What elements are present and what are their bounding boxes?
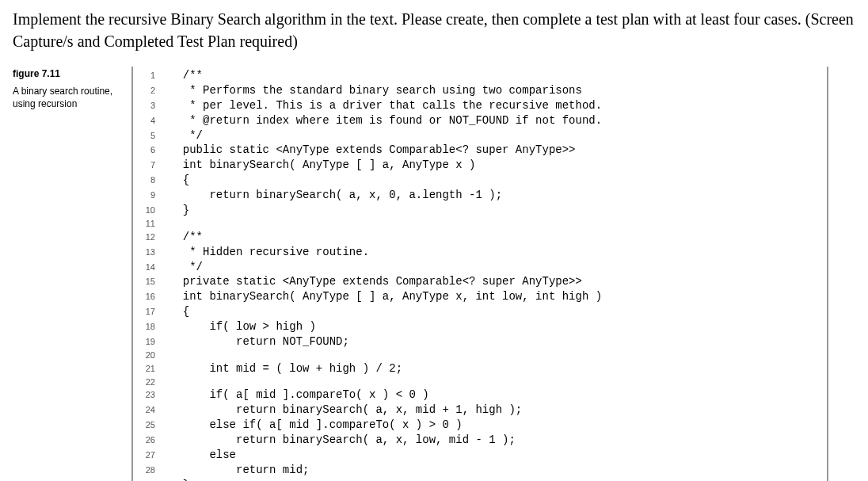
- code-text: * Performs the standard binary search us…: [169, 83, 827, 98]
- code-line: 1 /**: [133, 68, 827, 83]
- line-number: 21: [133, 361, 169, 376]
- code-line: 23 if( a[ mid ].compareTo( x ) < 0 ): [133, 387, 827, 403]
- code-listing: 1 /** 2 * Performs the standard binary s…: [131, 67, 828, 481]
- line-number: 1: [133, 68, 169, 83]
- line-number: 13: [133, 245, 169, 260]
- code-line: 18 if( low > high ): [133, 319, 827, 334]
- code-text: return binarySearch( a, x, 0, a.length -…: [169, 188, 827, 203]
- line-number: 10: [133, 203, 169, 218]
- line-number: 19: [133, 334, 169, 349]
- code-line: 4 * @return index where item is found or…: [133, 113, 827, 128]
- figure-description: A binary search routine, using recursion: [13, 86, 116, 110]
- code-line: 15 private static <AnyType extends Compa…: [133, 274, 827, 289]
- line-number: 3: [133, 98, 169, 113]
- line-number: 7: [133, 158, 169, 173]
- code-text: public static <AnyType extends Comparabl…: [169, 143, 827, 158]
- line-number: 22: [133, 376, 169, 388]
- line-number: 18: [133, 319, 169, 334]
- line-number: 2: [133, 83, 169, 98]
- code-text: }: [169, 203, 827, 218]
- line-number: 24: [133, 403, 169, 418]
- line-number: 25: [133, 418, 169, 433]
- code-text: else: [169, 448, 827, 463]
- code-line: 8 {: [133, 173, 827, 188]
- code-text: * @return index where item is found or N…: [169, 113, 827, 128]
- code-line: 19 return NOT_FOUND;: [133, 334, 827, 349]
- line-number: 14: [133, 260, 169, 275]
- code-text: {: [169, 173, 827, 188]
- code-line: 5 */: [133, 128, 827, 143]
- code-line: 24 return binarySearch( a, x, mid + 1, h…: [133, 403, 827, 418]
- code-text: {: [169, 304, 827, 319]
- line-number: 11: [133, 218, 169, 230]
- line-number: 5: [133, 128, 169, 143]
- code-text: /**: [169, 230, 827, 245]
- code-line: 20: [133, 349, 827, 361]
- code-line: 28 return mid;: [133, 463, 827, 478]
- line-number: 15: [133, 274, 169, 289]
- code-text: * per level. This is a driver that calls…: [169, 98, 827, 113]
- code-line: 12 /**: [133, 230, 827, 245]
- code-line: 27 else: [133, 448, 827, 463]
- code-text: return NOT_FOUND;: [169, 334, 827, 349]
- code-text: return binarySearch( a, x, mid + 1, high…: [169, 403, 827, 418]
- code-line: 10 }: [133, 203, 827, 218]
- code-line: 11: [133, 218, 827, 230]
- code-text: */: [169, 128, 827, 143]
- line-number: 23: [133, 387, 169, 403]
- line-number: 17: [133, 304, 169, 319]
- figure-title: figure 7.11: [13, 68, 116, 79]
- code-line: 17 {: [133, 304, 827, 319]
- code-text: * Hidden recursive routine.: [169, 245, 827, 260]
- figure-caption: figure 7.11 A binary search routine, usi…: [13, 67, 116, 481]
- code-text: [169, 376, 827, 388]
- code-line: 21 int mid = ( low + high ) / 2;: [133, 361, 827, 376]
- code-line: 9 return binarySearch( a, x, 0, a.length…: [133, 188, 827, 203]
- line-number: 12: [133, 230, 169, 245]
- code-text: /**: [169, 68, 827, 83]
- code-text: */: [169, 260, 827, 275]
- code-text: return binarySearch( a, x, low, mid - 1 …: [169, 433, 827, 448]
- code-line: 14 */: [133, 260, 827, 275]
- code-text: if( low > high ): [169, 319, 827, 334]
- code-line: 26 return binarySearch( a, x, low, mid -…: [133, 433, 827, 448]
- code-line: 22: [133, 376, 827, 388]
- code-text: int binarySearch( AnyType [ ] a, AnyType…: [169, 158, 827, 173]
- code-text: }: [169, 478, 827, 481]
- code-line: 3 * per level. This is a driver that cal…: [133, 98, 827, 113]
- line-number: 4: [133, 113, 169, 128]
- code-text: [169, 349, 827, 361]
- line-number: 27: [133, 448, 169, 463]
- code-text: private static <AnyType extends Comparab…: [169, 274, 827, 289]
- code-text: int binarySearch( AnyType [ ] a, AnyType…: [169, 289, 827, 304]
- code-text: int mid = ( low + high ) / 2;: [169, 361, 827, 376]
- code-line: 2 * Performs the standard binary search …: [133, 83, 827, 98]
- figure-block: figure 7.11 A binary search routine, usi…: [13, 67, 855, 481]
- code-text: return mid;: [169, 463, 827, 478]
- line-number: 26: [133, 433, 169, 448]
- code-line: 29 }: [133, 478, 827, 481]
- code-text: else if( a[ mid ].compareTo( x ) > 0 ): [169, 418, 827, 433]
- code-line: 6 public static <AnyType extends Compara…: [133, 143, 827, 158]
- code-line: 25 else if( a[ mid ].compareTo( x ) > 0 …: [133, 418, 827, 433]
- code-line: 7 int binarySearch( AnyType [ ] a, AnyTy…: [133, 158, 827, 173]
- code-line: 13 * Hidden recursive routine.: [133, 245, 827, 260]
- line-number: 8: [133, 173, 169, 188]
- line-number: 20: [133, 349, 169, 361]
- line-number: 28: [133, 463, 169, 478]
- instruction-text: Implement the recursive Binary Search al…: [13, 8, 855, 52]
- code-text: if( a[ mid ].compareTo( x ) < 0 ): [169, 387, 827, 403]
- line-number: 29: [133, 478, 169, 481]
- line-number: 16: [133, 289, 169, 304]
- line-number: 6: [133, 143, 169, 158]
- code-text: [169, 218, 827, 230]
- code-line: 16 int binarySearch( AnyType [ ] a, AnyT…: [133, 289, 827, 304]
- line-number: 9: [133, 188, 169, 203]
